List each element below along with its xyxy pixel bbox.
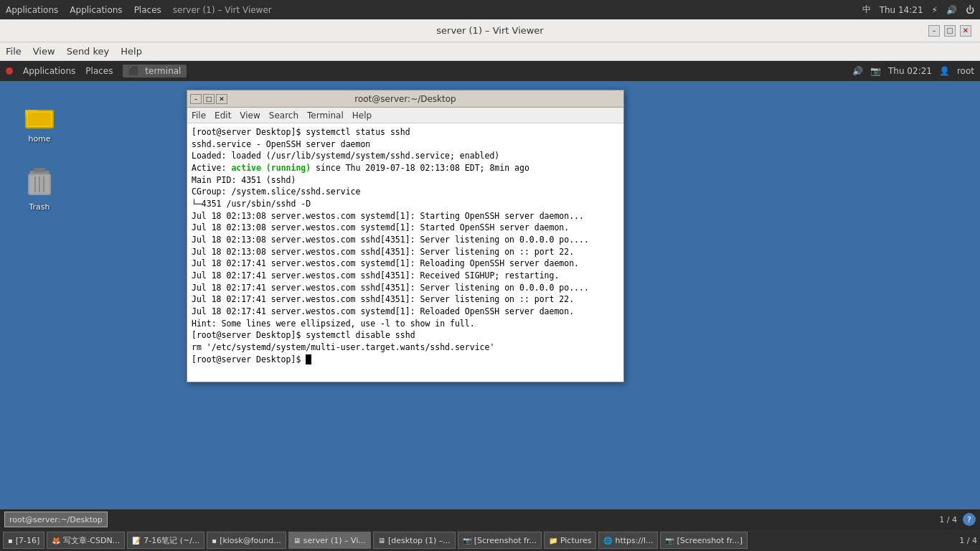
vm-screenshot-icon: 📷 <box>870 66 881 76</box>
terminal-line: Jul 18 02:17:41 server.westos.com sshd[4… <box>192 293 619 306</box>
host-task-item-9[interactable]: 📷 [Screenshot fr...] <box>660 532 748 549</box>
host-task-item-2[interactable]: 📝 7-16笔记 (~/... <box>127 532 204 549</box>
vm-toppanel-right: 🔊 📷 Thu 02:21 👤 root <box>852 66 974 76</box>
virt-viewer-window-controls: – □ ✕ <box>928 25 971 37</box>
host-applications-menu[interactable]: Applications <box>6 5 58 15</box>
terminal-line: [root@server Desktop]$ systemctl disable… <box>192 329 619 342</box>
trash-icon-label: Trash <box>29 202 50 212</box>
topbar-datetime: Thu 14:21 <box>880 5 923 15</box>
terminal-line: rm '/etc/systemd/system/multi-user.targe… <box>192 342 619 354</box>
terminal-content[interactable]: [root@server Desktop]$ systemctl status … <box>187 123 623 382</box>
terminal-menu-file[interactable]: File <box>192 110 206 121</box>
vm-help-btn[interactable]: ? <box>963 513 976 526</box>
menu-view[interactable]: View <box>33 46 55 57</box>
virt-maximize-button[interactable]: □ <box>944 25 956 37</box>
terminal-line: Jul 18 02:13:08 server.westos.com sshd[4… <box>192 246 619 258</box>
desktop-icon-trash[interactable]: Trash <box>14 165 65 212</box>
host-applications-label[interactable]: Applications <box>70 5 122 15</box>
desktop-icon-home[interactable]: home <box>14 97 65 143</box>
host-task-item-5[interactable]: 🖥 [desktop (1) –... <box>373 532 456 549</box>
vm-taskbar-right: 1 / 4 ? <box>939 513 976 526</box>
vm-taskbar: root@server:~/Desktop 1 / 4 ? <box>0 509 980 529</box>
trash-icon <box>22 165 57 199</box>
terminal-titlebar: – □ ✕ root@server:~/Desktop <box>187 90 623 108</box>
host-topbar: Applications Applications Places server … <box>0 0 980 19</box>
terminal-menu-search[interactable]: Search <box>269 110 298 121</box>
vm-taskbar-item[interactable]: root@server:~/Desktop <box>4 512 108 527</box>
terminal-minimize-btn[interactable]: – <box>190 94 202 104</box>
vm-pager: 1 / 4 <box>939 515 957 524</box>
vm-terminal-tab[interactable]: ⬛ terminal <box>123 65 187 77</box>
power-icon[interactable]: ⏻ <box>966 5 974 15</box>
terminal-line: sshd.service - OpenSSH server daemon <box>192 138 619 151</box>
host-taskbar-right: 1 / 4 <box>959 536 977 545</box>
vm-volume-icon: 🔊 <box>852 66 863 76</box>
host-task-item-4[interactable]: 🖥 server (1) – Vi... <box>288 532 371 549</box>
terminal-close-btn[interactable]: ✕ <box>216 94 227 104</box>
terminal-menu-view[interactable]: View <box>240 110 260 121</box>
task-icon-9: 📷 <box>665 537 674 545</box>
task-label-0: [7-16] <box>16 536 40 545</box>
task-icon-6: 📷 <box>463 537 471 545</box>
task-label-9: [Screenshot fr...] <box>677 536 743 545</box>
task-label-4: server (1) – Vi... <box>303 536 366 545</box>
task-icon-5: 🖥 <box>378 537 385 545</box>
task-label-8: https://l... <box>615 536 653 545</box>
host-task-item-8[interactable]: 🌐 https://l... <box>598 532 658 549</box>
terminal-window: – □ ✕ root@server:~/Desktop File Edit Vi… <box>187 90 624 382</box>
vm-user-icon: 👤 <box>939 66 950 76</box>
vm-user-label: root <box>957 66 974 76</box>
terminal-line: Active: active (running) since Thu 2019-… <box>192 162 619 174</box>
terminal-line: [root@server Desktop]$ <box>192 354 619 366</box>
host-task-item-1[interactable]: 🦊 写文章-CSDN... <box>47 532 125 549</box>
vm-taskbar-left: root@server:~/Desktop <box>4 512 108 527</box>
svg-rect-3 <box>28 113 51 126</box>
terminal-line: Jul 18 02:17:41 server.westos.com sshd[4… <box>192 282 619 294</box>
host-topbar-right: 中 Thu 14:21 ⚡ 🔊 ⏻ <box>862 4 974 16</box>
task-icon-4: 🖥 <box>293 537 301 545</box>
terminal-line: Jul 18 02:17:41 server.westos.com system… <box>192 306 619 318</box>
terminal-menu-terminal[interactable]: Terminal <box>307 110 344 121</box>
menu-help[interactable]: Help <box>121 46 142 57</box>
active-status: active (running) <box>231 163 311 173</box>
terminal-line: [root@server Desktop]$ systemctl status … <box>192 126 619 138</box>
task-label-7: Pictures <box>560 536 592 545</box>
terminal-title-buttons: – □ ✕ <box>190 94 227 104</box>
vm-toppanel: Applications Places ⬛ terminal 🔊 📷 Thu 0… <box>0 61 980 81</box>
vm-applications-menu[interactable]: Applications <box>23 66 75 76</box>
terminal-line: Main PID: 4351 (sshd) <box>192 174 619 187</box>
virt-minimize-button[interactable]: – <box>928 25 940 37</box>
host-task-item-3[interactable]: ▪ [kiosk@found... <box>207 532 286 549</box>
host-places-menu[interactable]: Places <box>134 5 161 15</box>
task-label-3: [kiosk@found... <box>220 536 281 545</box>
vm-toppanel-left: Applications Places ⬛ terminal <box>6 65 187 77</box>
terminal-maximize-btn[interactable]: □ <box>203 94 215 104</box>
terminal-title: root@server:~/Desktop <box>227 94 583 104</box>
home-icon-label: home <box>28 134 50 143</box>
vm-places-menu[interactable]: Places <box>85 66 113 76</box>
vm-taskbar-item-label: root@server:~/Desktop <box>9 515 103 524</box>
terminal-line: Jul 18 02:17:41 server.westos.com sshd[4… <box>192 270 619 282</box>
cursor-blink <box>306 354 311 364</box>
terminal-menu-help[interactable]: Help <box>352 110 372 121</box>
terminal-line: └─4351 /usr/sbin/sshd -D <box>192 198 619 210</box>
task-label-1: 写文章-CSDN... <box>63 535 120 546</box>
virt-close-button[interactable]: ✕ <box>960 25 971 37</box>
task-label-6: [Screenshot fr... <box>474 536 537 545</box>
menu-file[interactable]: File <box>6 46 22 57</box>
host-task-item-7[interactable]: 📁 Pictures <box>544 532 597 549</box>
vm-display: Applications Places ⬛ terminal 🔊 📷 Thu 0… <box>0 61 980 529</box>
wifi-icon: ⚡ <box>932 5 938 15</box>
host-topbar-left: Applications Applications Places server … <box>6 5 272 15</box>
ime-indicator[interactable]: 中 <box>862 4 871 16</box>
host-task-item-6[interactable]: 📷 [Screenshot fr... <box>458 532 542 549</box>
virt-viewer-outer: Applications Applications Places server … <box>0 0 980 551</box>
terminal-menubar: File Edit View Search Terminal Help <box>187 108 623 123</box>
menu-send-key[interactable]: Send key <box>67 46 110 57</box>
task-icon-3: ▪ <box>212 537 217 545</box>
vm-app-dot <box>6 67 13 75</box>
home-folder-icon <box>22 97 57 131</box>
desktop-icons: home Trash <box>14 97 65 212</box>
host-task-item-0[interactable]: ▪ [7-16] <box>3 532 44 549</box>
terminal-menu-edit[interactable]: Edit <box>215 110 231 121</box>
